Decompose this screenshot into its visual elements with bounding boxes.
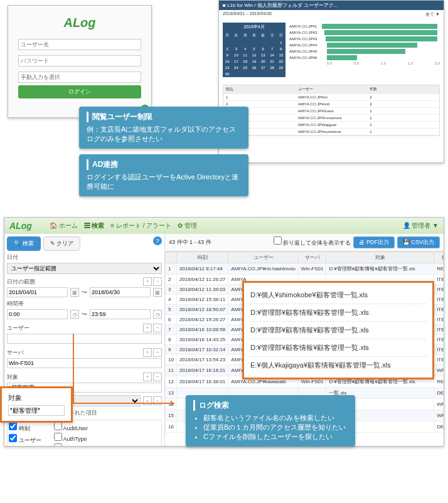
- path-item: D:¥管理部¥顧客情報¥顧客管理一覧.xls: [250, 304, 426, 322]
- help-icon[interactable]: ?: [153, 236, 162, 245]
- label-date-range: 日付の範囲: [7, 278, 141, 286]
- path-item: D:¥個人¥shimokobe¥顧客管理一覧.xls: [250, 287, 426, 304]
- date-minus[interactable]: −: [153, 277, 162, 286]
- date-to-input[interactable]: [90, 287, 151, 297]
- calendar-icon-2[interactable]: ▦: [153, 288, 162, 297]
- user-minus[interactable]: −: [153, 324, 162, 332]
- user-input[interactable]: [7, 334, 162, 344]
- logo: ALog: [18, 16, 141, 30]
- date-from-input[interactable]: [7, 287, 68, 297]
- wrap-checkbox[interactable]: 折り返して全体を表示する: [274, 236, 351, 248]
- target-zoom-input[interactable]: [8, 405, 65, 416]
- date-plus[interactable]: +: [143, 277, 152, 286]
- password-input[interactable]: [18, 55, 141, 66]
- callout-user-restriction: 閲覧ユーザー制限 例：支店長Aに築地支店フォルダ以下のアクセスログのみを参照させ…: [79, 107, 248, 149]
- nav-settings[interactable]: ✿ 管理: [178, 221, 197, 230]
- server-minus[interactable]: −: [153, 348, 162, 357]
- login-window: ALog ログイン: [8, 5, 152, 118]
- nav-report[interactable]: ≡ レポート / アラート: [110, 221, 171, 230]
- calendar-icon[interactable]: ▦: [70, 288, 79, 297]
- report-range: 2018/04/01 – 2018/04/30: [223, 11, 272, 18]
- range-sep: 〜: [82, 289, 87, 297]
- clock-icon[interactable]: ◷: [70, 310, 79, 319]
- nav-home[interactable]: 🏠 ホーム: [50, 221, 78, 230]
- csv-button[interactable]: 💾 CSV出力: [397, 236, 440, 248]
- table-row[interactable]: 12018/04/12 8:17:44AMIYA.CO.JP¥mi-hashim…: [166, 263, 444, 275]
- tab-clear[interactable]: ✎ クリア: [43, 236, 81, 251]
- calendar[interactable]: 2018年4月 月火水木金土日1234567891011121314151617…: [223, 23, 285, 77]
- report-filter-all[interactable]: 全て ▼: [425, 11, 440, 18]
- path-item: D:¥管理部¥顧客情報¥顧客管理一覧.xls: [250, 339, 426, 357]
- arrow-icon: [73, 403, 174, 404]
- time-from-input[interactable]: [7, 309, 68, 319]
- label-user: ユーザー: [7, 324, 141, 332]
- pdf-button[interactable]: 🖨 PDF出力: [353, 236, 395, 248]
- time-to-input[interactable]: [90, 309, 151, 319]
- callout-ad-link: AD連携 ログインする認証ユーザーをActive Directoryと連携可能に: [79, 154, 248, 196]
- admin-menu[interactable]: 👤 管理者 ▼: [403, 221, 439, 230]
- target-minus[interactable]: −: [153, 373, 162, 381]
- target-zoom: 対象: [0, 386, 73, 423]
- target-plus[interactable]: +: [143, 373, 152, 381]
- label-time: 時間帯: [7, 300, 162, 308]
- nav-search[interactable]: ☰ 検索: [84, 221, 105, 230]
- bar-chart: AMIYA.CO.JP¥1AMIYA.CO.JP¥2AMIYA.CO.JP¥3A…: [289, 23, 440, 77]
- callout-log-search: ログ検索 顧客名というファイル名のみを検索したい従業員Bの１カ月間のアクセス履歴…: [186, 395, 355, 447]
- paths-zoom: D:¥個人¥shimokobe¥顧客管理一覧.xlsD:¥管理部¥顧客情報¥顧客…: [242, 281, 434, 379]
- login-button[interactable]: ログイン: [18, 85, 141, 98]
- report-window: ■ L1b for Win / 個人別履歴フォルダ ユーザーアク... 2018…: [218, 0, 444, 163]
- user-plus[interactable]: +: [143, 324, 152, 332]
- report-titlebar: ■ L1b for Win / 個人別履歴フォルダ ユーザーアク...: [219, 1, 444, 10]
- list-item: Cファイルを削除したユーザーを探したい: [203, 432, 348, 442]
- username-input[interactable]: [18, 39, 141, 50]
- list-item: 従業員Bの１カ月間のアクセス履歴を知りたい: [203, 423, 348, 432]
- db-select[interactable]: [18, 71, 141, 83]
- options-tree[interactable]: 時刻 ユーザー サーバ 対象 操作 AuditUser AuthType Cha…: [7, 420, 162, 446]
- date-mode-select[interactable]: ユーザー指定範囲: [7, 263, 162, 274]
- logo-small: ALog: [9, 221, 32, 231]
- result-count: 43 件中 1 - 43 件: [169, 238, 211, 246]
- topbar: ALog 🏠 ホーム ☰ 検索 ≡ レポート / アラート ✿ 管理 👤 管理者…: [4, 218, 444, 234]
- server-plus[interactable]: +: [143, 348, 152, 357]
- ranking-table: 順位ユーザー件数1AMIYA.CO.JP¥mi22AMIYA.CO.JP¥mi6…: [223, 85, 440, 136]
- clock-icon-2[interactable]: ◷: [153, 310, 162, 319]
- path-item: D:¥管理部¥顧客情報¥顧客管理一覧.xls: [250, 322, 426, 339]
- path-item: E:¥個人¥kajigaya¥顧客情報¥顧客管理一覧.xls: [250, 357, 426, 374]
- server-input[interactable]: [7, 358, 162, 368]
- label-date: 日付: [7, 253, 162, 262]
- list-item: 顧客名というファイル名のみを検索したい: [203, 413, 348, 423]
- tab-search[interactable]: 🔍 検索: [7, 236, 41, 251]
